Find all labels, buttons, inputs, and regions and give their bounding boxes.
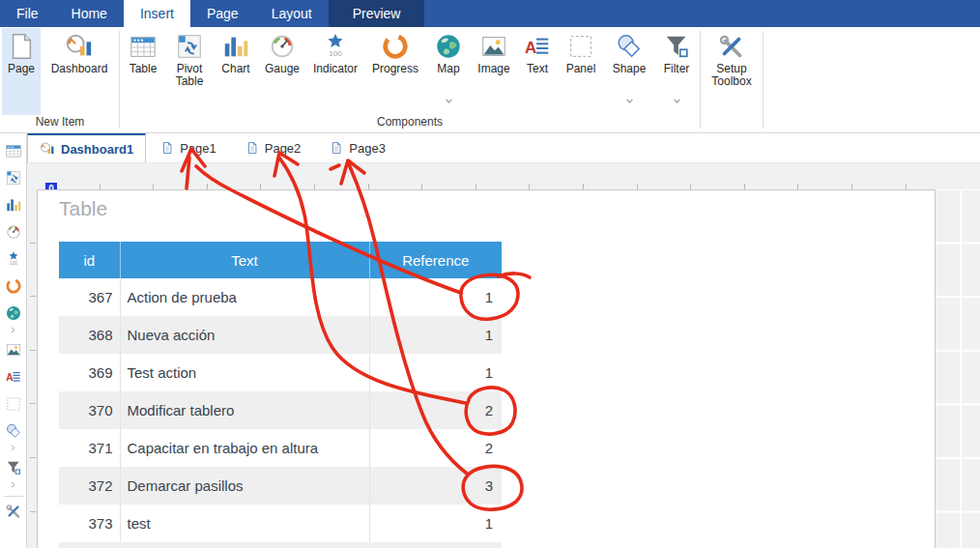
filter-icon[interactable] [5, 459, 22, 476]
chevron-right-icon[interactable] [8, 325, 18, 335]
image-button[interactable]: Image [471, 28, 517, 115]
pivot-table-icon[interactable] [5, 169, 22, 187]
table-partial-row [59, 542, 502, 548]
ribbon-tab-home[interactable]: Home [55, 0, 124, 27]
cell-reference: 3 [369, 467, 502, 505]
setup-toolbox-icon [717, 32, 746, 61]
map-icon[interactable] [5, 304, 22, 322]
ribbon-tab-page[interactable]: Page [190, 0, 255, 27]
cell-id: 370 [59, 391, 120, 429]
indicator-icon[interactable] [5, 250, 22, 268]
ribbon-tab-layout[interactable]: Layout [255, 0, 329, 27]
column-header-id[interactable]: id [59, 242, 120, 278]
table-row[interactable]: 369 Test action 1 [59, 354, 502, 391]
group-label-new-item: New Item [2, 115, 118, 132]
group-label-components: Components [121, 115, 699, 132]
table-row[interactable]: 368 Nueva acción 1 [59, 316, 502, 354]
progress-icon[interactable] [5, 277, 22, 295]
cell-text: Modificar tablero [120, 391, 369, 429]
column-header-reference[interactable]: Reference [369, 242, 502, 278]
text-button[interactable]: Text [517, 28, 558, 115]
chevron-down-icon[interactable] [623, 95, 636, 107]
cell-id: 372 [59, 467, 120, 505]
dashboard-page-surface[interactable]: Table id Text Reference 367 Action de pr… [37, 189, 936, 548]
cell-reference: 1 [369, 505, 502, 542]
ribbon-tab-insert[interactable]: Insert [124, 0, 190, 27]
setup-toolbox-icon[interactable] [5, 503, 22, 520]
indicator-button[interactable]: Indicator [306, 28, 364, 115]
dashboard-icon [65, 32, 94, 61]
chevron-right-icon[interactable] [8, 479, 18, 490]
insert-ribbon: Page Dashboard New Item Table Pivot Tabl… [0, 27, 980, 133]
progress-button[interactable]: Progress [364, 28, 426, 115]
chevron-right-icon[interactable] [8, 443, 18, 453]
design-canvas[interactable]: 0 Table id Text Reference 367 Action de … [27, 162, 980, 548]
table-row[interactable]: 372 Demarcar pasillos 3 [59, 467, 502, 505]
cell-id: 371 [59, 429, 120, 467]
page-tab-page3[interactable]: Page3 [315, 133, 400, 162]
cell-id: 369 [59, 354, 120, 391]
indicator-icon [321, 32, 350, 61]
panel-icon [566, 32, 595, 61]
filter-icon [662, 32, 691, 61]
table-icon[interactable] [5, 142, 22, 159]
gauge-button[interactable]: Gauge [258, 28, 306, 115]
setup-toolbox-button[interactable]: Setup Toolbox [702, 28, 762, 115]
chart-icon[interactable] [5, 196, 22, 214]
page-button[interactable]: Page [2, 28, 41, 115]
cell-text: Test action [120, 354, 369, 391]
filter-button[interactable]: Filter [654, 28, 699, 115]
page-tab-label: Page3 [349, 141, 386, 156]
chart-button[interactable]: Chart [214, 28, 258, 115]
cell-text: Nueva acción [120, 316, 369, 354]
chevron-down-icon[interactable] [671, 95, 683, 107]
page-tab-strip: Dashboard1 Page1 Page2 Page3 [27, 133, 980, 163]
column-header-text[interactable]: Text [120, 242, 369, 278]
ribbon-tab-preview[interactable]: Preview [329, 0, 425, 27]
cell-id: 367 [59, 278, 120, 316]
shape-icon[interactable] [5, 422, 22, 440]
dashboard-button[interactable]: Dashboard [41, 28, 118, 115]
page-document-icon [245, 141, 259, 155]
ribbon-group-separator [763, 31, 764, 129]
image-icon [479, 32, 508, 61]
ribbon-group-components: Table Pivot Table Chart Gauge Indicator [121, 27, 699, 132]
table-row[interactable]: 370 Modificar tablero 2 [59, 391, 502, 429]
gauge-icon[interactable] [5, 223, 22, 241]
image-icon[interactable] [5, 341, 22, 359]
page-tab-label: Page1 [180, 141, 216, 156]
cell-text: Capacitar en trabajo en altura [120, 429, 369, 467]
chart-icon [221, 32, 250, 61]
chevron-down-icon[interactable] [443, 95, 455, 107]
text-icon[interactable] [5, 368, 22, 386]
cell-reference: 2 [369, 429, 502, 467]
page-tab-page2[interactable]: Page2 [231, 133, 316, 162]
table-icon [129, 32, 158, 61]
page-tab-page1[interactable]: Page1 [146, 133, 231, 162]
map-icon [434, 32, 463, 61]
ribbon-tab-file[interactable]: File [0, 0, 55, 27]
canvas-grid [936, 189, 980, 548]
ribbon-group-new-item: Page Dashboard New Item [2, 27, 118, 132]
shape-icon [615, 32, 644, 61]
ribbon-tab-bar: File Home Insert Page Layout Preview [0, 0, 980, 27]
shape-button[interactable]: Shape [604, 28, 654, 115]
map-button[interactable]: Map [426, 28, 471, 115]
table-row[interactable]: 373 test 1 [59, 505, 502, 542]
cell-text: Action de prueba [120, 278, 369, 316]
table-row[interactable]: 371 Capacitar en trabajo en altura 2 [59, 429, 502, 467]
page-tab-dashboard1[interactable]: Dashboard1 [27, 133, 146, 162]
table-button[interactable]: Table [121, 28, 165, 115]
cell-reference: 2 [369, 391, 502, 429]
table-header-row: id Text Reference [59, 242, 502, 278]
pivot-table-button[interactable]: Pivot Table [165, 28, 214, 115]
data-table-component[interactable]: id Text Reference 367 Action de prueba 1… [59, 242, 502, 542]
cell-id: 368 [59, 316, 120, 354]
page-document-icon [330, 141, 343, 155]
table-row[interactable]: 367 Action de prueba 1 [59, 278, 502, 316]
panel-button[interactable]: Panel [558, 28, 604, 115]
panel-icon[interactable] [5, 395, 22, 413]
page-icon [7, 32, 36, 61]
sidebar-separator [4, 496, 23, 497]
ribbon-group-separator [119, 31, 120, 129]
